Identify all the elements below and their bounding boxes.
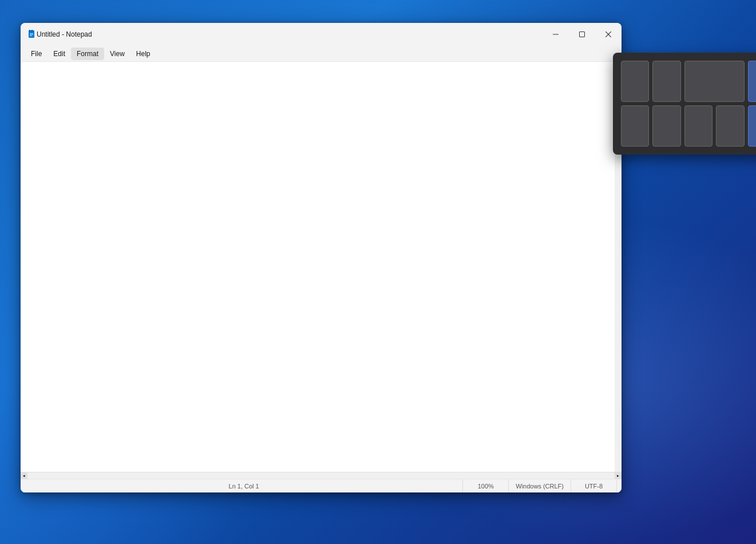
fancy-zones-panel: [613, 53, 756, 155]
status-bar: Ln 1, Col 1 100% Windows (CRLF) UTF-8: [21, 479, 622, 492]
line-ending: Windows (CRLF): [509, 479, 571, 492]
fz-cell-r2c1[interactable]: [621, 105, 649, 147]
fz-cell-r1c3-wide[interactable]: [684, 61, 745, 102]
notepad-window: Untitled - Notepad File Edit Format View…: [21, 23, 622, 492]
menu-edit[interactable]: Edit: [48, 48, 71, 60]
notepad-icon: [27, 30, 37, 39]
fz-cell-r2c4[interactable]: [716, 105, 744, 147]
svg-rect-6: [553, 34, 559, 35]
encoding: UTF-8: [571, 479, 617, 492]
horizontal-scrollbar[interactable]: ◂ ▸: [21, 472, 622, 479]
menu-view[interactable]: View: [104, 48, 130, 60]
title-bar-controls: [543, 23, 622, 46]
fz-cell-r1c2[interactable]: [652, 61, 680, 102]
svg-rect-5: [30, 36, 32, 36]
svg-rect-4: [30, 34, 33, 35]
window-title: Untitled - Notepad: [37, 30, 92, 38]
cursor-position: Ln 1, Col 1: [25, 479, 463, 492]
text-area-container: [21, 62, 622, 472]
menu-help[interactable]: Help: [130, 48, 156, 60]
menu-file[interactable]: File: [25, 48, 48, 60]
menu-format[interactable]: Format: [71, 48, 104, 60]
svg-rect-1: [29, 30, 30, 31]
fz-cell-r2c3[interactable]: [684, 105, 713, 147]
svg-rect-7: [580, 32, 585, 37]
text-editor[interactable]: [21, 62, 622, 472]
title-bar: Untitled - Notepad: [21, 23, 622, 46]
svg-rect-2: [31, 30, 33, 31]
scroll-track: [27, 472, 615, 479]
fz-cell-r1c1[interactable]: [621, 61, 649, 102]
svg-rect-3: [30, 33, 33, 34]
menu-bar: File Edit Format View Help: [21, 46, 622, 62]
minimize-button[interactable]: [543, 23, 569, 46]
zoom-level: 100%: [463, 479, 509, 492]
fz-cell-r2c5-blue[interactable]: [748, 105, 756, 147]
maximize-button[interactable]: [569, 23, 595, 46]
close-button[interactable]: [595, 23, 622, 46]
scroll-right-arrow[interactable]: ▸: [615, 472, 622, 479]
fz-cell-r2c2[interactable]: [652, 105, 680, 147]
fz-cell-r1c5-blue[interactable]: [748, 61, 756, 102]
scroll-left-arrow[interactable]: ◂: [21, 472, 27, 479]
